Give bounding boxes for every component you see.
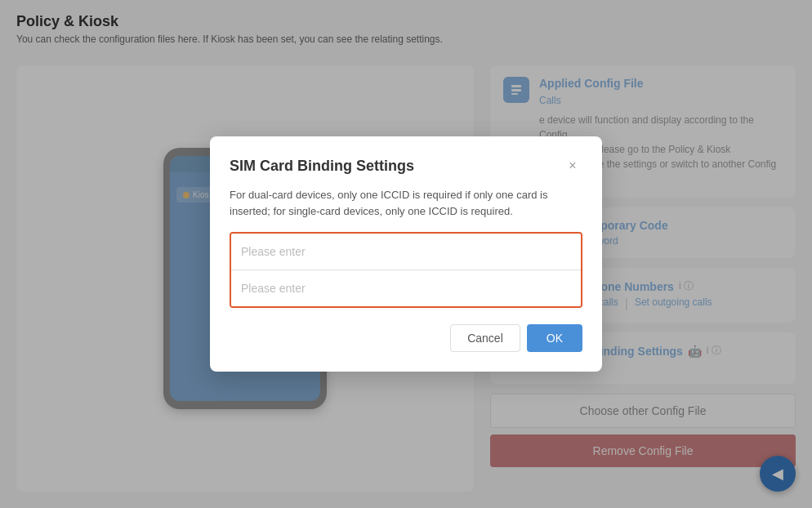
cancel-button[interactable]: Cancel bbox=[450, 324, 520, 352]
iccid-input-1[interactable] bbox=[231, 234, 581, 270]
dialog-input-group bbox=[230, 232, 582, 308]
dialog-description: For dual-card devices, only one ICCID is… bbox=[230, 187, 582, 219]
dialog-close-button[interactable]: × bbox=[563, 156, 582, 176]
dialog-title: SIM Card Binding Settings bbox=[230, 158, 414, 175]
dialog-footer: Cancel OK bbox=[230, 324, 582, 352]
dialog-header: SIM Card Binding Settings × bbox=[230, 156, 582, 176]
sim-binding-dialog: SIM Card Binding Settings × For dual-car… bbox=[210, 136, 602, 372]
ok-button[interactable]: OK bbox=[527, 324, 582, 352]
iccid-input-2[interactable] bbox=[231, 270, 581, 306]
